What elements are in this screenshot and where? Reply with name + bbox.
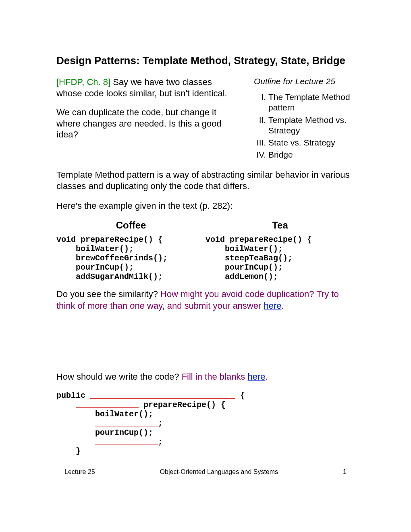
intro-row: [HFDP, Ch. 8] Say we have two classes wh… (56, 77, 355, 162)
blank: _____________ (95, 437, 158, 447)
intro-text: [HFDP, Ch. 8] Say we have two classes wh… (56, 77, 238, 162)
paragraph: Template Method pattern is a way of abst… (56, 169, 355, 192)
q2-plain: How should we write the code? (56, 372, 182, 382)
outline-item: The Template Method pattern (268, 92, 355, 113)
outline-box: Outline for Lecture 25 The Template Meth… (254, 77, 355, 162)
fill-blank-code: public ______________________________ { … (56, 391, 355, 456)
coffee-code: void prepareRecipe() { boilWater(); brew… (56, 235, 206, 281)
intro-line-2: We can duplicate the code, but change it… (56, 107, 238, 140)
outline-item: Template Method vs. Strategy (268, 115, 355, 136)
blank: ______________________________ (90, 391, 235, 400)
tea-heading: Tea (206, 220, 355, 231)
outline-title: Outline for Lecture 25 (254, 77, 355, 86)
blank: _____________ (76, 400, 139, 409)
question-2: How should we write the code? Fill in th… (56, 371, 355, 383)
tea-code: void prepareRecipe() { boilWater(); stee… (206, 235, 355, 281)
coffee-heading: Coffee (56, 220, 206, 231)
outline-item: State vs. Strategy (268, 137, 355, 148)
outline-item: Bridge (268, 150, 355, 160)
here-link[interactable]: here (264, 301, 281, 311)
page-footer: Lecture 25 Object-Oriented Languages and… (0, 468, 411, 476)
here-link[interactable]: here (247, 372, 265, 382)
reference-tag: [HFDP, Ch. 8] (56, 77, 110, 87)
footer-left: Lecture 25 (64, 468, 95, 476)
page-title: Design Patterns: Template Method, Strate… (56, 54, 355, 67)
blank: _____________ (95, 419, 158, 428)
code-columns: Coffee void prepareRecipe() { boilWater(… (56, 220, 355, 281)
q2-prompt: Fill in the blanks here. (182, 372, 268, 382)
paragraph: Here's the example given in the text (p.… (56, 200, 355, 212)
footer-center: Object-Oriented Languages and Systems (160, 468, 278, 476)
question-1: Do you see the similarity? How might you… (56, 289, 355, 312)
body-text: Template Method pattern is a way of abst… (56, 169, 355, 212)
footer-right: 1 (343, 468, 347, 476)
q1-plain: Do you see the similarity? (56, 289, 160, 299)
